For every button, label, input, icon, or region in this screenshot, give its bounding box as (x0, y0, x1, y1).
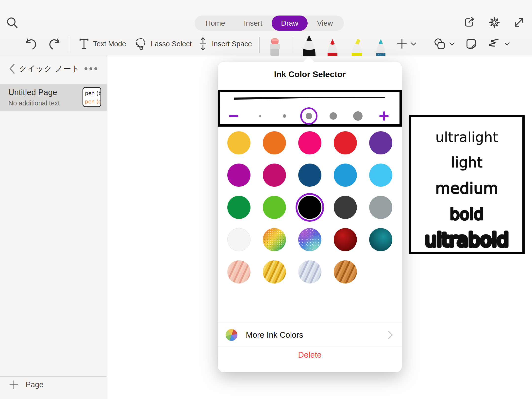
shapes-icon (433, 37, 446, 50)
stroke-size-dot-5[interactable] (353, 111, 363, 121)
page-thumbnail: pen (blpen (ora (83, 87, 101, 107)
stroke-size-dot-2[interactable] (283, 114, 286, 118)
search-icon[interactable] (6, 16, 19, 30)
insert-space-label: Insert Space (212, 40, 252, 48)
color-swatch-light-green[interactable] (263, 196, 286, 219)
tab-view[interactable]: View (308, 16, 342, 31)
color-swatch-blue[interactable] (334, 164, 357, 187)
color-swatch-orange[interactable] (263, 131, 286, 154)
add-pen-button[interactable] (396, 32, 417, 56)
page-title: Untitled Page (8, 88, 57, 97)
thumbnail-ink-line: pen (ora (85, 98, 100, 106)
page-subtitle: No additional text (8, 100, 60, 107)
stroke-size-dot-4[interactable] (330, 112, 337, 120)
page-list-item-selected[interactable]: Untitled Page No additional text pen (bl… (0, 84, 107, 111)
tab-home[interactable]: Home (196, 16, 234, 31)
ink-color-selector-popup: Ink Color Selector More Ink Colors (218, 62, 402, 372)
color-swatch-gray[interactable] (369, 196, 392, 219)
plus-icon (396, 38, 408, 50)
more-ink-colors-label: More Ink Colors (246, 330, 388, 340)
thumbnail-ink-line: pen (bl (85, 89, 100, 98)
lasso-select-label: Lasso Select (151, 40, 192, 48)
ink-replay-button[interactable] (487, 32, 510, 56)
notebook-title: クイック ノート (15, 64, 84, 74)
color-swatch-teal[interactable] (369, 228, 392, 251)
color-swatch-green[interactable] (227, 196, 250, 219)
more-ink-colors-row[interactable]: More Ink Colors (218, 328, 402, 342)
sample-line-medium: medium (435, 179, 498, 197)
toolbar-divider (292, 37, 292, 53)
top-chrome: HomeInsertDrawView (0, 0, 532, 56)
tab-insert[interactable]: Insert (234, 16, 272, 31)
expand-fullscreen-icon[interactable] (513, 16, 525, 29)
selected-size-ring (300, 107, 317, 125)
color-swatch-bronze[interactable] (334, 260, 357, 283)
sample-line-bold: bold (450, 205, 484, 223)
color-swatch-pink[interactable] (298, 131, 321, 154)
pen-black-selected[interactable] (301, 35, 317, 56)
squiggle-icon (487, 38, 501, 50)
color-swatch-grid (221, 131, 399, 283)
delete-pen-button[interactable]: Delete (218, 350, 402, 360)
plus-icon (9, 380, 19, 390)
lasso-icon (134, 37, 147, 51)
stroke-weight-sample-annotated: ultralightlightmediumboldultrabold (409, 115, 525, 254)
redo-button[interactable] (47, 32, 62, 56)
text-mode-button[interactable]: Text Mode (79, 32, 126, 56)
color-swatch-yellow[interactable] (227, 131, 250, 154)
ribbon-tab-bar: HomeInsertDrawView (195, 16, 344, 31)
undo-button[interactable] (24, 32, 38, 56)
eraser-tool[interactable] (268, 38, 282, 56)
chevron-down-icon (504, 41, 510, 46)
chevron-down-icon (449, 41, 455, 46)
stroke-preview-line (234, 96, 386, 103)
color-swatch-white[interactable] (227, 228, 250, 251)
color-swatch-dark-blue[interactable] (298, 164, 321, 187)
color-swatch-dark-red[interactable] (334, 228, 357, 251)
stroke-size-dot-3-selected[interactable] (306, 113, 312, 119)
stroke-size-dot-1[interactable] (259, 115, 261, 117)
add-page-button[interactable]: Page (0, 376, 107, 393)
shapes-button[interactable] (433, 32, 455, 56)
text-mode-label: Text Mode (93, 40, 126, 48)
pen-teal-galaxy[interactable] (374, 39, 388, 56)
popup-callout-arrow (303, 56, 314, 67)
window-actions (464, 16, 525, 29)
insert-space-button[interactable]: Insert Space (198, 32, 252, 56)
divider (218, 322, 402, 322)
color-swatch-rose-gold[interactable] (227, 260, 250, 283)
more-options-icon[interactable] (84, 67, 98, 70)
color-swatch-magenta[interactable] (227, 164, 250, 187)
color-swatch-black[interactable] (298, 196, 321, 219)
settings-gear-icon[interactable] (488, 16, 500, 29)
pen-red[interactable] (326, 39, 339, 56)
color-swatch-purple[interactable] (369, 131, 392, 154)
highlighter-yellow[interactable] (349, 39, 365, 56)
color-swatch-gold[interactable] (263, 260, 286, 283)
increase-size-button[interactable] (379, 111, 389, 121)
tab-draw[interactable]: Draw (272, 16, 308, 31)
sample-line-ultrabold: ultrabold (425, 229, 509, 251)
lasso-select-button[interactable]: Lasso Select (134, 32, 192, 56)
sample-line-light: light (451, 154, 483, 171)
color-swatch-dark-gray[interactable] (334, 196, 357, 219)
sample-line-ultralight: ultralight (435, 129, 498, 145)
color-swatch-light-blue[interactable] (369, 164, 392, 187)
share-icon[interactable] (464, 16, 476, 29)
add-page-label: Page (26, 380, 43, 389)
decrease-size-button[interactable] (229, 115, 238, 117)
toolbar-divider (69, 37, 69, 53)
sidebar-header: クイック ノート (0, 61, 107, 76)
ink-annotate-button[interactable] (465, 32, 477, 56)
color-swatch-red[interactable] (334, 131, 357, 154)
stroke-width-section-annotated (218, 90, 402, 127)
toolbar-divider (259, 37, 260, 53)
chevron-right-icon (388, 331, 393, 339)
color-swatch-silver[interactable] (298, 260, 321, 283)
color-swatch-dark-pink[interactable] (263, 164, 286, 187)
color-swatch-glitter-rainbow[interactable] (263, 228, 286, 251)
insert-space-icon (198, 37, 208, 51)
color-swatch-galaxy[interactable] (298, 228, 321, 251)
back-chevron-icon[interactable] (9, 63, 15, 74)
page-list-sidebar: クイック ノート Untitled Page No additional tex… (0, 56, 107, 399)
